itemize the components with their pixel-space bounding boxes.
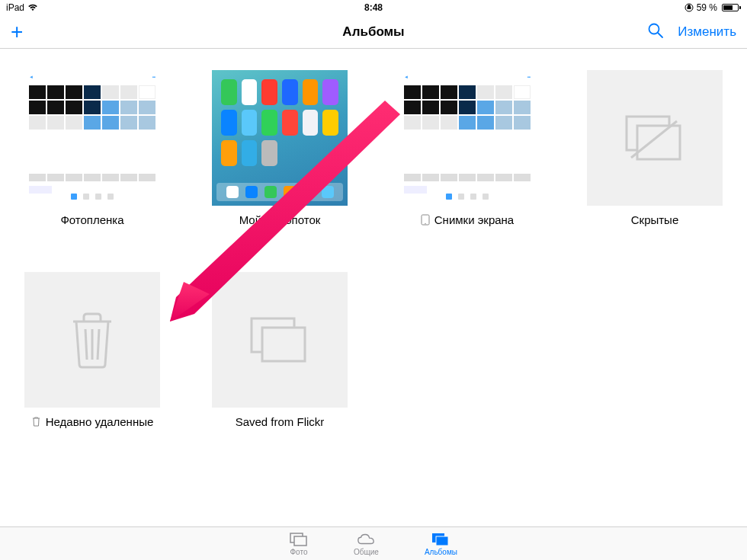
content-area: ◄▪▪ Фотопленка	[0, 49, 747, 526]
stack-icon	[245, 312, 314, 367]
page-title: Альбомы	[342, 24, 404, 40]
tab-label: Альбомы	[425, 548, 457, 556]
tab-shared[interactable]: Общие	[354, 532, 379, 556]
album-thumbnail	[212, 70, 348, 206]
svg-line-2	[658, 33, 662, 37]
album-thumbnail	[212, 272, 348, 408]
album-label: Фотопленка	[60, 213, 123, 226]
album-thumbnail	[587, 70, 723, 206]
svg-rect-18	[436, 536, 448, 546]
nav-bar: + Альбомы Изменить	[0, 15, 747, 49]
wifi-icon	[27, 4, 38, 11]
album-recently-deleted[interactable]: Недавно удаленные	[23, 272, 162, 428]
trash-small-icon	[31, 416, 41, 427]
orientation-lock-icon	[684, 3, 694, 12]
search-icon	[647, 22, 664, 39]
album-label: Недавно удаленные	[46, 415, 154, 428]
svg-rect-6	[637, 126, 680, 159]
search-button[interactable]	[647, 22, 664, 42]
device-label: iPad	[6, 2, 24, 13]
svg-rect-16	[294, 536, 306, 546]
album-label: Мой фотопоток	[239, 213, 321, 226]
battery-icon	[720, 4, 741, 11]
tab-photos[interactable]: Фото	[290, 532, 308, 556]
album-thumbnail: ◄▪▪	[399, 70, 535, 206]
album-screenshots[interactable]: ◄▪▪ Снимки экрана	[398, 70, 537, 226]
tab-label: Фото	[290, 548, 308, 556]
album-thumbnail: ◄▪▪	[24, 70, 160, 206]
svg-line-8	[85, 329, 87, 360]
status-time: 8:48	[364, 2, 383, 13]
album-hidden[interactable]: Скрытые	[585, 70, 724, 226]
album-label: Снимки экрана	[434, 213, 514, 226]
hidden-icon	[620, 110, 689, 165]
album-camera-roll[interactable]: ◄▪▪ Фотопленка	[23, 70, 162, 226]
album-label: Saved from Flickr	[236, 415, 325, 428]
tab-bar: Фото Общие Альбомы	[0, 526, 747, 560]
edit-button[interactable]: Изменить	[678, 24, 736, 40]
svg-rect-12	[262, 328, 305, 361]
device-icon	[421, 214, 430, 226]
svg-line-10	[98, 329, 99, 360]
album-label: Скрытые	[631, 213, 679, 226]
svg-point-4	[425, 223, 425, 224]
status-bar: iPad 8:48 59 %	[0, 0, 747, 15]
album-photo-stream[interactable]: Мой фотопоток	[210, 70, 349, 226]
album-thumbnail	[24, 272, 160, 408]
albums-tab-icon	[431, 532, 450, 547]
photos-tab-icon	[290, 532, 308, 547]
cloud-tab-icon	[357, 532, 375, 547]
add-button[interactable]: +	[11, 21, 23, 43]
trash-icon	[66, 309, 119, 370]
tab-label: Общие	[354, 548, 379, 556]
album-saved-flickr[interactable]: Saved from Flickr	[210, 272, 349, 428]
battery-percent: 59 %	[697, 2, 717, 13]
tab-albums[interactable]: Альбомы	[425, 532, 457, 556]
